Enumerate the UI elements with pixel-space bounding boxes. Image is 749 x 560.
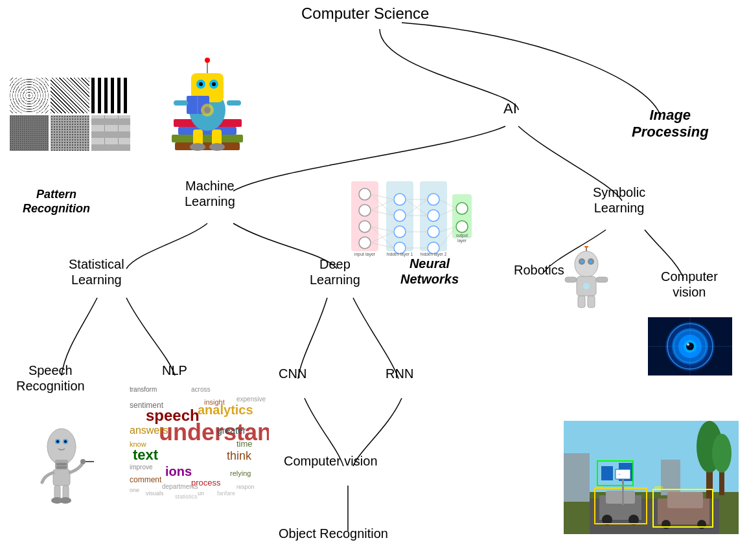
svg-point-29 [359,237,371,249]
object-recognition-label: Object Recognition [279,526,388,541]
svg-point-87 [47,429,76,465]
svg-text:layer: layer [457,238,467,243]
svg-point-63 [575,251,598,277]
svg-point-11 [205,58,210,63]
svg-point-73 [583,283,590,289]
svg-rect-0 [175,142,240,150]
svg-text:van: van [654,484,663,490]
pattern-cell-6 [91,115,130,151]
svg-rect-138 [601,466,613,480]
svg-point-26 [359,188,371,200]
svg-text:greater: greater [217,425,246,436]
svg-point-28 [359,221,371,232]
neural-networks-label: NeuralNetworks [400,256,459,287]
svg-point-32 [394,226,406,238]
svg-point-36 [428,226,439,238]
svg-text:respon: respon [236,484,255,490]
svg-text:un: un [198,490,204,497]
machine-learning-label: MachineLearning [185,178,235,209]
svg-point-21 [204,107,211,113]
neural-network-diagram: input layer hidden layer 1 hidden layer … [350,175,473,259]
svg-rect-93 [53,469,70,486]
svg-text:across: across [191,386,210,393]
image-processing-label: Image Processing [632,107,709,141]
ai-label: AI [503,100,517,117]
svg-rect-146 [667,492,703,508]
svg-text:answers: answers [130,425,168,436]
svg-text:visuals: visuals [146,490,164,497]
svg-point-34 [428,194,439,205]
svg-text:ions: ions [165,464,192,478]
svg-text:know: know [130,440,146,448]
svg-rect-14 [174,100,188,106]
pattern-cell-4 [10,115,49,151]
nlp-word-cloud: understand speech analytics text think i… [126,375,269,505]
svg-text:transform: transform [130,386,157,393]
svg-rect-101 [56,466,67,469]
computer-vision-eye-image [648,317,732,375]
svg-point-19 [209,143,225,151]
robotics-robot-image [557,246,616,311]
svg-text:output: output [456,233,468,238]
computer-science-label: Computer Science [301,5,429,23]
pattern-images [10,78,130,151]
svg-text:relying: relying [230,469,251,477]
svg-point-39 [456,221,468,232]
svg-rect-151 [622,479,624,505]
svg-rect-70 [596,277,608,282]
cnn-label: CNN [279,366,306,381]
svg-text:text: text [133,447,159,463]
svg-point-66 [581,260,584,263]
svg-rect-69 [565,277,577,282]
svg-point-94 [80,459,86,464]
statistical-learning-label: StatisticalLearning [69,256,124,287]
pattern-recognition-label: PatternRecognition [23,188,90,216]
svg-point-134 [712,434,732,473]
svg-text:expensive: expensive [236,396,266,403]
svg-point-75 [584,246,588,248]
robot-reading-image [156,36,259,172]
computer-vision1-label: Computervision [661,269,718,300]
nlp-label: NLP [162,363,187,378]
svg-point-30 [394,194,406,205]
svg-point-67 [590,260,593,263]
svg-point-91 [56,440,59,443]
svg-text:statistics: statistics [175,493,198,500]
svg-text:think: think [227,449,252,462]
robotics-label: Robotics [514,262,564,278]
svg-point-8 [199,82,203,86]
pattern-cell-1 [10,78,49,113]
pattern-cell-3 [91,78,130,113]
svg-text:→: → [617,472,621,476]
svg-text:sentiment: sentiment [130,401,164,410]
svg-rect-1 [172,135,243,142]
deep-learning-label: DeepLearning [310,256,360,287]
svg-rect-140 [606,491,635,504]
svg-point-92 [64,440,67,443]
svg-point-27 [359,205,371,216]
svg-text:one: one [130,487,139,493]
speech-recognition-label: SpeechRecognition [16,363,85,394]
svg-text:departments: departments [162,483,198,490]
svg-text:improve: improve [130,464,153,471]
object-detection-image: car van → [564,421,739,534]
svg-point-84 [687,343,689,346]
svg-text:insight: insight [204,398,225,406]
rnn-label: RNN [386,366,413,381]
svg-text:time: time [236,439,253,449]
svg-rect-100 [56,463,67,465]
symbolic-learning-label: SymbolicLearning [593,185,645,216]
svg-rect-71 [578,296,585,308]
svg-text:fanfare: fanfare [217,490,235,497]
svg-point-35 [428,210,439,221]
svg-point-38 [456,203,468,214]
pattern-cell-2 [51,78,89,113]
speech-recognition-robot-image [39,401,110,505]
svg-point-18 [190,143,205,151]
svg-rect-135 [564,453,590,502]
pattern-cell-5 [51,115,89,151]
computer-vision2-label: Computer vision [284,453,378,469]
svg-rect-15 [227,100,241,106]
svg-point-31 [394,210,406,221]
svg-point-9 [212,82,216,86]
